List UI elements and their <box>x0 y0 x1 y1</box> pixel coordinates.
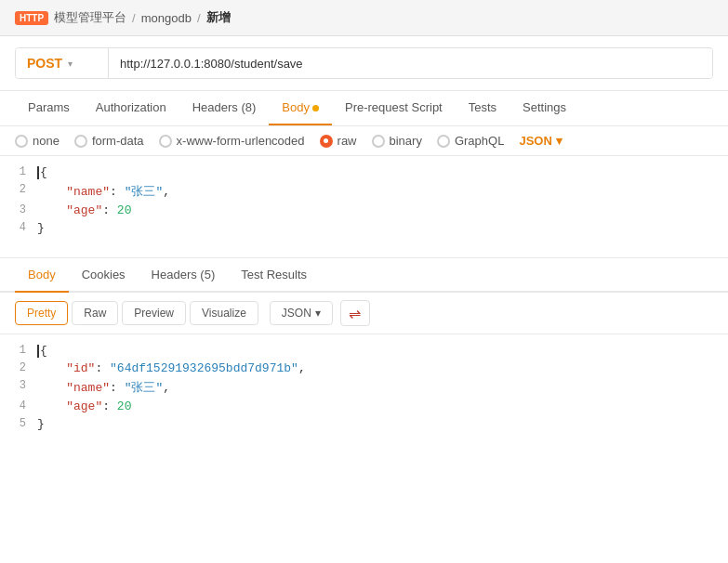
breadcrumb-mongodb: mongodb <box>141 11 192 25</box>
resp-line-1: 1 { <box>0 342 728 360</box>
request-body-editor[interactable]: 1 { 2 "name": "张三", 3 "age": 20 4 } <box>0 156 728 258</box>
body-type-bar: none form-data x-www-form-urlencoded raw… <box>0 126 728 156</box>
top-bar: HTTP 模型管理平台 / mongodb / 新增 <box>0 0 728 36</box>
tab-body[interactable]: Body <box>269 91 332 125</box>
tab-settings[interactable]: Settings <box>510 91 579 125</box>
tab-headers[interactable]: Headers (8) <box>179 91 270 125</box>
resp-line-2: 2 "id": "64df15291932695bdd7d971b", <box>0 360 728 377</box>
format-raw[interactable]: Raw <box>72 301 118 325</box>
url-input[interactable] <box>109 49 712 78</box>
response-section: Body Cookies Headers (5) Test Results Pr… <box>0 258 728 446</box>
breadcrumb-sep1: / <box>132 11 136 25</box>
breadcrumb-sep2: / <box>197 11 201 25</box>
radio-graphql <box>437 135 450 148</box>
request-tabs: Params Authorization Headers (8) Body Pr… <box>0 91 728 126</box>
tab-tests[interactable]: Tests <box>456 91 510 125</box>
radio-binary <box>372 135 385 148</box>
req-line-2: 2 "name": "张三", <box>0 181 728 202</box>
response-tab-test-results[interactable]: Test Results <box>228 258 320 293</box>
response-format-json[interactable]: JSON ▾ <box>270 301 333 325</box>
body-type-graphql[interactable]: GraphQL <box>437 134 504 148</box>
resp-line-3: 3 "name": "张三", <box>0 377 728 398</box>
radio-urlencoded <box>159 135 172 148</box>
body-dot <box>312 105 319 111</box>
chevron-json-icon: ▾ <box>556 134 563 148</box>
method-text: POST <box>27 56 62 71</box>
tab-params[interactable]: Params <box>15 91 83 125</box>
body-type-urlencoded[interactable]: x-www-form-urlencoded <box>159 134 305 148</box>
format-pretty[interactable]: Pretty <box>15 301 68 325</box>
response-tabs: Body Cookies Headers (5) Test Results <box>0 258 728 293</box>
radio-form-data <box>74 135 87 148</box>
chevron-down-icon: ▾ <box>68 59 73 69</box>
resp-line-5: 5 } <box>0 415 728 433</box>
http-badge: HTTP <box>15 11 48 25</box>
body-type-raw[interactable]: raw <box>320 134 357 148</box>
req-line-3: 3 "age": 20 <box>0 202 728 219</box>
req-line-4: 4 } <box>0 219 728 237</box>
wrap-button[interactable]: ⇌ <box>340 300 370 326</box>
body-type-form-data[interactable]: form-data <box>74 134 144 148</box>
breadcrumb-new: 新增 <box>206 9 231 26</box>
format-preview[interactable]: Preview <box>122 301 186 325</box>
url-bar: POST ▾ <box>15 47 713 79</box>
chevron-resp-json-icon: ▾ <box>315 307 321 320</box>
radio-raw <box>320 135 333 148</box>
body-type-binary[interactable]: binary <box>372 134 422 148</box>
breadcrumb-platform: 模型管理平台 <box>54 9 126 26</box>
response-tab-cookies[interactable]: Cookies <box>69 258 139 293</box>
response-format-bar: Pretty Raw Preview Visualize JSON ▾ ⇌ <box>0 293 728 334</box>
body-type-none[interactable]: none <box>15 134 60 148</box>
response-tab-headers[interactable]: Headers (5) <box>139 258 229 293</box>
req-line-1: 1 { <box>0 164 728 181</box>
resp-line-4: 4 "age": 20 <box>0 398 728 415</box>
format-visualize[interactable]: Visualize <box>190 301 258 325</box>
response-tab-body[interactable]: Body <box>15 258 69 293</box>
tab-pre-request[interactable]: Pre-request Script <box>332 91 456 125</box>
response-body-editor: 1 { 2 "id": "64df15291932695bdd7d971b", … <box>0 334 728 446</box>
tab-authorization[interactable]: Authorization <box>83 91 179 125</box>
radio-none <box>15 135 28 148</box>
method-dropdown[interactable]: POST ▾ <box>16 48 109 78</box>
body-format-json[interactable]: JSON ▾ <box>519 134 562 148</box>
url-bar-section: POST ▾ <box>0 36 728 91</box>
